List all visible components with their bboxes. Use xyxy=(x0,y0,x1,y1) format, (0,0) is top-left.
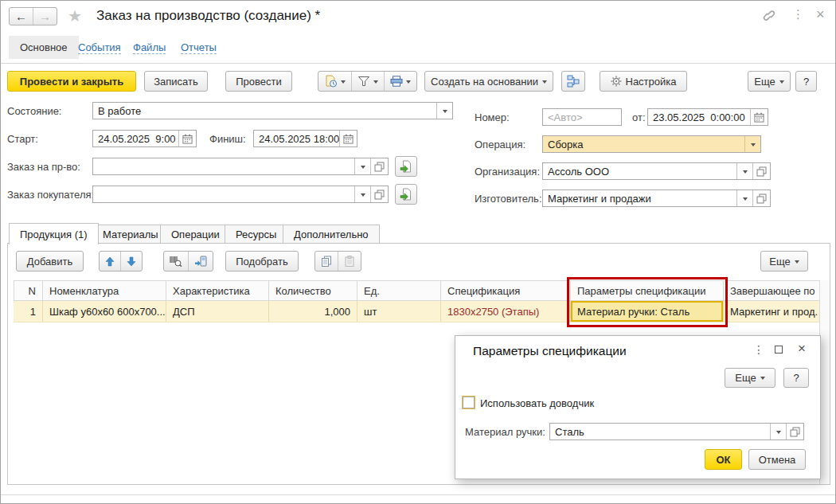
column-header-final-dept[interactable]: Завершающее по xyxy=(724,281,819,300)
handle-material-dropdown-button[interactable] xyxy=(770,424,786,440)
customer-order-open-button[interactable] xyxy=(370,186,388,202)
handle-material-open-button[interactable] xyxy=(786,424,803,440)
document-date-field[interactable]: 23.05.2025 0:00:00 xyxy=(647,108,768,126)
move-up-button[interactable] xyxy=(100,252,120,271)
print-button[interactable] xyxy=(384,72,416,91)
number-field[interactable]: <Авто> xyxy=(542,108,622,126)
paste-rows-button[interactable] xyxy=(338,252,361,271)
create-based-on-button[interactable]: Создать на основании xyxy=(424,71,553,92)
production-order-field[interactable] xyxy=(92,158,389,175)
dialog-menu-icon[interactable]: ⋮ xyxy=(753,343,764,356)
state-field[interactable]: В работе xyxy=(92,102,453,119)
printer-icon xyxy=(390,76,403,87)
table-more-button[interactable]: Еще xyxy=(760,251,808,272)
link-icon[interactable] xyxy=(761,10,777,21)
tab-files[interactable]: Файлы xyxy=(133,41,166,54)
barcode-search-button[interactable] xyxy=(164,252,188,271)
closer-checkbox[interactable] xyxy=(463,397,475,408)
write-button[interactable]: Записать xyxy=(144,71,208,92)
organization-value: Ассоль ООО xyxy=(543,163,736,179)
dialog-help-button[interactable]: ? xyxy=(783,368,809,388)
tab-events[interactable]: События xyxy=(78,41,121,54)
tab-main[interactable]: Основное xyxy=(9,36,79,59)
column-header-nomenclature[interactable]: Номенклатура xyxy=(43,281,166,300)
customer-order-fill-button[interactable] xyxy=(395,184,417,205)
finish-date-value: 24.05.2025 18:00 xyxy=(254,131,339,147)
organization-open-button[interactable] xyxy=(752,163,770,179)
more-button[interactable]: Еще xyxy=(748,71,791,92)
window-close-icon[interactable]: × xyxy=(816,7,825,21)
production-order-dropdown-button[interactable] xyxy=(354,158,370,174)
cell-spec-params-selected[interactable]: Материал ручки: Сталь xyxy=(571,301,724,322)
paste-icon xyxy=(344,256,355,267)
forward-button[interactable]: → xyxy=(33,8,57,25)
production-order-fill-button[interactable] xyxy=(395,156,417,177)
copy-rows-button[interactable] xyxy=(315,252,338,271)
organization-dropdown-button[interactable] xyxy=(736,163,752,179)
structure-button[interactable] xyxy=(561,71,585,92)
dialog-maximize-icon[interactable] xyxy=(775,346,783,354)
dialog-cancel-button[interactable]: Отмена xyxy=(748,449,806,470)
customer-order-dropdown-button[interactable] xyxy=(354,186,370,202)
copy-icon xyxy=(321,256,332,267)
operation-dropdown-button[interactable] xyxy=(744,136,760,152)
data-terminal-button[interactable] xyxy=(188,252,213,271)
manufacturer-field[interactable]: Маркетинг и продажи xyxy=(542,189,771,207)
column-header-n[interactable]: N xyxy=(14,281,43,300)
import-document-icon xyxy=(400,160,412,173)
tab-reports[interactable]: Отчеты xyxy=(181,41,217,54)
help-button[interactable]: ? xyxy=(795,71,817,92)
filter-button[interactable] xyxy=(351,72,384,91)
tab-operations[interactable]: Операции xyxy=(160,225,231,244)
column-header-spec-params[interactable]: Параметры спецификации xyxy=(571,281,724,300)
cell-quantity[interactable]: 1,000 xyxy=(269,301,357,322)
column-header-unit[interactable]: Ед. xyxy=(357,281,441,300)
import-document-icon xyxy=(400,188,412,201)
post-and-close-button[interactable]: Провести и закрыть xyxy=(7,71,136,92)
column-header-characteristic[interactable]: Характеристика xyxy=(166,281,269,300)
state-dropdown-button[interactable] xyxy=(436,103,452,119)
start-date-field[interactable]: 24.05.2025 9:00 xyxy=(92,130,197,147)
cell-final-dept[interactable]: Маркетинг и прод. xyxy=(724,301,819,322)
create-task-button[interactable] xyxy=(318,72,351,91)
tab-materials[interactable]: Материалы xyxy=(92,225,170,244)
operation-field[interactable]: Сборка xyxy=(542,135,761,153)
cell-specification[interactable]: 1830х2750 (Этапы) xyxy=(441,301,571,322)
date-calendar-button[interactable] xyxy=(750,109,768,125)
handle-material-field[interactable]: Сталь xyxy=(549,423,804,440)
production-order-open-button[interactable] xyxy=(370,158,388,174)
cell-nomenclature[interactable]: Шкаф у60х60 600х700... xyxy=(43,301,166,322)
finish-calendar-button[interactable] xyxy=(339,131,357,147)
dialog-ok-button[interactable]: ОК xyxy=(705,449,742,470)
cell-n[interactable]: 1 xyxy=(14,301,43,322)
customer-order-field[interactable] xyxy=(92,186,389,203)
tab-resources[interactable]: Ресурсы xyxy=(225,225,287,244)
finish-date-field[interactable]: 24.05.2025 18:00 xyxy=(253,130,357,147)
operation-value: Сборка xyxy=(543,136,744,152)
window-menu-icon[interactable]: ⋮ xyxy=(792,8,804,20)
organization-field[interactable]: Ассоль ООО xyxy=(542,162,771,180)
start-calendar-button[interactable] xyxy=(178,131,196,147)
cell-unit[interactable]: шт xyxy=(357,301,441,322)
add-row-button[interactable]: Добавить xyxy=(16,251,84,272)
favorite-star-icon[interactable]: ★ xyxy=(68,6,82,25)
post-button[interactable]: Провести xyxy=(225,71,292,92)
table-row[interactable]: 1 Шкаф у60х60 600х700... ДСП 1,000 шт 18… xyxy=(14,301,819,322)
dialog-close-icon[interactable]: × xyxy=(798,341,806,357)
manufacturer-dropdown-button[interactable] xyxy=(736,190,752,206)
back-button[interactable]: ← xyxy=(10,8,33,25)
tab-products[interactable]: Продукция (1) xyxy=(9,223,99,244)
pick-button[interactable]: Подобрать xyxy=(225,251,299,272)
move-down-button[interactable] xyxy=(120,252,142,271)
column-header-specification[interactable]: Спецификация xyxy=(441,281,571,300)
open-icon xyxy=(374,162,385,172)
create-based-on-label: Создать на основании xyxy=(431,76,538,88)
production-order-label: Заказ на пр-во: xyxy=(7,161,80,173)
manufacturer-open-button[interactable] xyxy=(752,190,770,206)
dialog-more-button[interactable]: Еще xyxy=(725,368,775,388)
dropdown-caret-icon xyxy=(406,80,411,86)
settings-button[interactable]: Настройка xyxy=(600,71,687,92)
cell-characteristic[interactable]: ДСП xyxy=(166,301,269,322)
column-header-quantity[interactable]: Количество xyxy=(269,281,357,300)
tab-additional[interactable]: Дополнительно xyxy=(283,225,380,244)
